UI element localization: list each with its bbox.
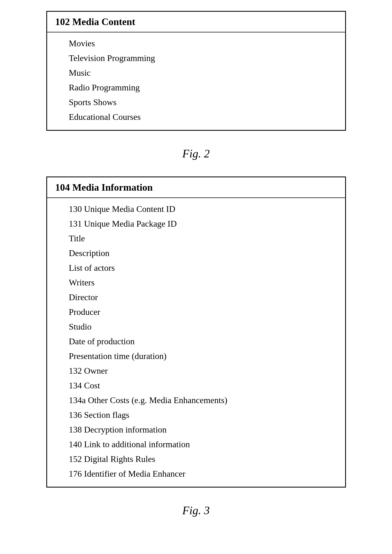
list-item: Presentation time (duration) [69,349,337,363]
list-item: 131 Unique Media Package ID [69,217,337,230]
list-item: 130 Unique Media Content ID [69,202,337,215]
list-item: 176 Identifier of Media Enhancer [69,467,337,480]
list-item: Description [69,246,337,260]
list-item: Producer [69,305,337,318]
list-item: 138 Decryption information [69,423,337,436]
list-item: Television Programming [69,51,337,65]
list-item: Radio Programming [69,81,337,94]
fig2-box-header: 102 Media Content [47,12,345,32]
list-item: Title [69,232,337,245]
list-item: List of actors [69,261,337,274]
list-item: 136 Section flags [69,408,337,421]
fig3-box-header: 104 Media Information [47,177,345,198]
fig2-label: Fig. 2 [182,147,209,160]
list-item: Director [69,291,337,304]
list-item: Movies [69,37,337,50]
fig2-box-body: MoviesTelevision ProgrammingMusicRadio P… [47,32,345,130]
list-item: Writers [69,276,337,289]
list-item: Music [69,66,337,79]
fig3-box: 104 Media Information 130 Unique Media C… [46,176,346,488]
list-item: Date of production [69,335,337,348]
list-item: 152 Digital Rights Rules [69,452,337,465]
list-item: 134 Cost [69,379,337,392]
fig3-box-body: 130 Unique Media Content ID131 Unique Me… [47,198,345,487]
list-item: 134a Other Costs (e.g. Media Enhancement… [69,394,337,407]
page-container: 102 Media Content MoviesTelevision Progr… [46,11,346,533]
list-item: Sports Shows [69,96,337,109]
fig3-label: Fig. 3 [182,504,209,517]
list-item: 140 Link to additional information [69,438,337,451]
list-item: Educational Courses [69,110,337,123]
list-item: Studio [69,320,337,333]
list-item: 132 Owner [69,364,337,377]
fig2-box: 102 Media Content MoviesTelevision Progr… [46,11,346,131]
